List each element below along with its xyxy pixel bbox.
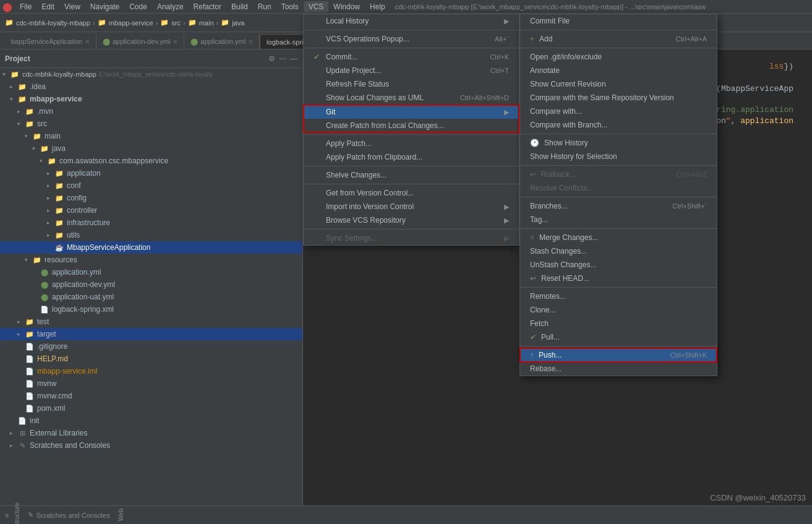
git-reset-head[interactable]: ↩ Reset HEAD... bbox=[520, 272, 717, 285]
label-git-push: Push... bbox=[539, 351, 562, 359]
git-branches[interactable]: Branches... Ctrl+Shift+` bbox=[520, 199, 717, 213]
git-merge-changes[interactable]: ⑂ Merge Changes... bbox=[520, 231, 717, 244]
git-add[interactable]: + Add Ctrl+Alt+A bbox=[520, 32, 717, 46]
label-sync: Sync Settings... bbox=[326, 234, 377, 243]
label-git-compare-with: Compare with... bbox=[530, 107, 582, 116]
label-git-rebase: Rebase... bbox=[530, 364, 562, 373]
label-operations: VCS Operations Popup... bbox=[326, 35, 409, 43]
shortcut-branches: Ctrl+Shift+` bbox=[672, 202, 707, 210]
label-git: Git bbox=[326, 108, 335, 116]
git-pull[interactable]: ✔ Pull... bbox=[520, 330, 717, 344]
shortcut-commit: Ctrl+K bbox=[490, 53, 509, 61]
arrow-browse: ▶ bbox=[504, 217, 509, 225]
label-git-open-exclude: Open .git/info/exclude bbox=[530, 53, 602, 61]
git-sep-3 bbox=[520, 134, 717, 134]
label-git-commit-file: Commit File bbox=[530, 17, 570, 25]
arrow-git: ▶ bbox=[504, 108, 509, 116]
vcs-menu-local-history[interactable]: Local History ▶ bbox=[304, 14, 519, 28]
vcs-menu-refresh[interactable]: Refresh File Status bbox=[304, 77, 519, 91]
git-sep-5 bbox=[520, 197, 717, 197]
vcs-menu-apply-patch[interactable]: Apply Patch... bbox=[304, 137, 519, 150]
git-submenu: Commit File + Add Ctrl+Alt+A Open .git/i… bbox=[519, 14, 717, 376]
vcs-menu-git[interactable]: Git ▶ bbox=[304, 105, 519, 119]
push-icon: ↑ bbox=[530, 351, 534, 359]
label-git-pull: Pull... bbox=[541, 333, 560, 341]
label-commit: Commit... bbox=[326, 53, 357, 61]
git-show-history-sel[interactable]: Show History for Selection bbox=[520, 150, 717, 163]
label-update: Update Project... bbox=[326, 66, 381, 75]
label-git-clone: Clone... bbox=[530, 306, 555, 314]
arrow-import: ▶ bbox=[504, 203, 509, 211]
shortcut-update: Ctrl+T bbox=[490, 67, 509, 74]
git-show-current-revision[interactable]: Show Current Revision bbox=[520, 77, 717, 91]
push-red-border: ↑ Push... Ctrl+Shift+K bbox=[520, 348, 717, 362]
git-sep-4 bbox=[520, 165, 717, 166]
shortcut-operations: Alt+` bbox=[495, 35, 509, 43]
vcs-menu-create-patch[interactable]: Create Patch from Local Changes... bbox=[304, 119, 519, 132]
vcs-menu-shelve[interactable]: Shelve Changes... bbox=[304, 168, 519, 182]
label-git-resolve: Resolve Conflicts... bbox=[530, 184, 594, 192]
label-git-show-history: Show History bbox=[544, 139, 588, 147]
vcs-menu-get-from-vc[interactable]: Get from Version Control... bbox=[304, 186, 519, 200]
vcs-menu-sync[interactable]: Sync Settings... ▶ bbox=[304, 231, 519, 245]
git-unstash[interactable]: UnStash Changes... bbox=[520, 258, 717, 272]
label-git-current-rev: Show Current Revision bbox=[530, 80, 606, 88]
git-annotate[interactable]: Annotate bbox=[520, 64, 717, 77]
rollback-icon: ↩ bbox=[530, 170, 536, 179]
vcs-sep-2 bbox=[304, 48, 519, 48]
reset-icon: ↩ bbox=[530, 274, 536, 283]
shortcut-git-add: Ctrl+Alt+A bbox=[676, 35, 707, 43]
vcs-menu-update[interactable]: Update Project... Ctrl+T bbox=[304, 64, 519, 77]
git-show-history[interactable]: 🕐 Show History bbox=[520, 136, 717, 150]
label-git-branches: Branches... bbox=[530, 202, 568, 210]
git-resolve-conflicts[interactable]: Resolve Conflicts... bbox=[520, 181, 717, 195]
vcs-menu-commit[interactable]: ✔ Commit... Ctrl+K bbox=[304, 50, 519, 64]
label-refresh: Refresh File Status bbox=[326, 80, 389, 88]
vcs-sep-6 bbox=[304, 229, 519, 230]
label-browse: Browse VCS Repository bbox=[326, 216, 406, 225]
label-git-compare-repo: Compare with the Same Repository Version bbox=[530, 93, 674, 102]
git-clone[interactable]: Clone... bbox=[520, 303, 717, 317]
label-shelve: Shelve Changes... bbox=[326, 171, 387, 179]
git-commit-file[interactable]: Commit File bbox=[520, 14, 717, 28]
vcs-menu-import[interactable]: Import into Version Control ▶ bbox=[304, 200, 519, 213]
arrow-sync: ▶ bbox=[504, 234, 509, 243]
git-remotes[interactable]: Remotes... bbox=[520, 290, 717, 303]
git-rebase[interactable]: Rebase... bbox=[520, 362, 717, 376]
git-sep-2 bbox=[520, 48, 717, 48]
git-rollback[interactable]: ↩ Rollback... Ctrl+Alt+Z bbox=[520, 168, 717, 181]
git-sep-1 bbox=[520, 30, 717, 30]
git-open-exclude[interactable]: Open .git/info/exclude bbox=[520, 50, 717, 64]
shortcut-show-local: Ctrl+Alt+Shift+D bbox=[460, 94, 509, 101]
label-git-stash: Stash Changes... bbox=[530, 247, 587, 256]
label-git-compare-branch: Compare with Branch... bbox=[530, 121, 607, 129]
git-compare-with[interactable]: Compare with... bbox=[520, 105, 717, 118]
clock-icon-history: 🕐 bbox=[530, 139, 539, 147]
vcs-menu-browse[interactable]: Browse VCS Repository ▶ bbox=[304, 213, 519, 227]
vcs-sep-4 bbox=[304, 166, 519, 166]
git-red-border-area: Git ▶ Create Patch from Local Changes... bbox=[304, 105, 519, 132]
pull-check-icon: ✔ bbox=[530, 333, 536, 341]
arrow-local-history: ▶ bbox=[504, 17, 509, 25]
vcs-menu-apply-patch-clip[interactable]: Apply Patch from Clipboard... bbox=[304, 150, 519, 164]
git-stash[interactable]: Stash Changes... bbox=[520, 244, 717, 258]
git-compare-branch[interactable]: Compare with Branch... bbox=[520, 118, 717, 132]
shortcut-rollback: Ctrl+Alt+Z bbox=[676, 171, 707, 178]
git-compare-same-repo[interactable]: Compare with the Same Repository Version bbox=[520, 91, 717, 105]
vcs-sep-5 bbox=[304, 184, 519, 184]
git-tag[interactable]: Tag... bbox=[520, 213, 717, 226]
git-fetch[interactable]: Fetch bbox=[520, 317, 717, 330]
label-git-merge: Merge Changes... bbox=[539, 233, 598, 242]
git-sep-6 bbox=[520, 228, 717, 229]
merge-icon: ⑂ bbox=[530, 233, 534, 242]
git-push[interactable]: ↑ Push... Ctrl+Shift+K bbox=[520, 348, 717, 362]
label-git-reset-head: Reset HEAD... bbox=[541, 274, 589, 283]
label-git-annotate: Annotate bbox=[530, 66, 560, 75]
label-create-patch: Create Patch from Local Changes... bbox=[326, 121, 444, 130]
vcs-menu-operations-popup[interactable]: VCS Operations Popup... Alt+` bbox=[304, 32, 519, 46]
check-commit: ✔ bbox=[314, 53, 323, 61]
label-git-history-sel: Show History for Selection bbox=[530, 152, 617, 161]
label-git-remotes: Remotes... bbox=[530, 292, 566, 301]
vcs-sep-1 bbox=[304, 30, 519, 30]
vcs-menu-show-local[interactable]: Show Local Changes as UML Ctrl+Alt+Shift… bbox=[304, 91, 519, 105]
